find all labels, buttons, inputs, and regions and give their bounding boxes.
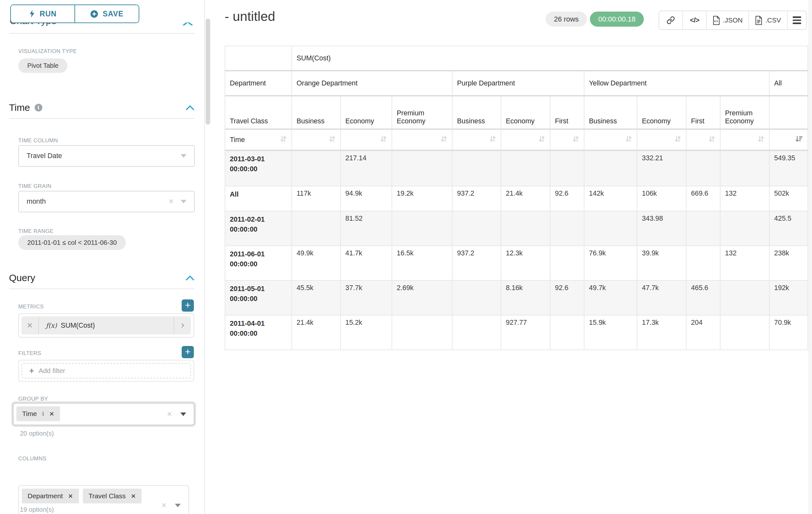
- pivot-table: SUM(Cost)DepartmentOrange DepartmentPurp…: [225, 46, 808, 350]
- columns-tag[interactable]: Travel Class✕: [83, 489, 142, 504]
- pivot-value-cell: [292, 211, 341, 246]
- columns-tag[interactable]: Department✕: [22, 489, 79, 504]
- time-range-pill[interactable]: 2011-01-01 ≤ col < 2011-06-30: [18, 235, 126, 250]
- run-save-button-group: RUN SAVE: [10, 4, 139, 23]
- pivot-value-cell: 502k: [769, 186, 808, 211]
- caret-down-icon[interactable]: [181, 200, 186, 204]
- department-group-header: Orange Department: [292, 71, 452, 96]
- clear-icon[interactable]: ×: [169, 197, 174, 206]
- time-column-label: TIME COLUMN: [18, 137, 58, 144]
- table-row: 2011-04-01 00:00:0021.4k15.2k927.7715.9k…: [225, 315, 808, 350]
- group-by-tag[interactable]: Timei✕: [17, 406, 60, 421]
- view-query-button[interactable]: </>: [682, 11, 706, 29]
- remove-tag-icon[interactable]: ✕: [49, 410, 54, 417]
- add-metric-button[interactable]: +: [182, 299, 194, 312]
- sort-icon[interactable]: [489, 135, 496, 145]
- chevron-up-icon[interactable]: [185, 275, 195, 281]
- sort-icon[interactable]: [625, 135, 632, 145]
- export-csv-button[interactable]: .CSV: [749, 11, 787, 29]
- sort-icon[interactable]: [329, 135, 336, 145]
- metric-header-cell: SUM(Cost): [292, 46, 808, 71]
- add-filter-plus-button[interactable]: +: [182, 346, 194, 358]
- clear-icon[interactable]: ×: [167, 410, 172, 418]
- page-scrollbar-track[interactable]: [808, 0, 812, 514]
- share-link-button[interactable]: [659, 11, 682, 29]
- pivot-value-cell: 16.5k: [392, 246, 452, 280]
- time-column-select[interactable]: Travel Date: [18, 145, 195, 167]
- department-group-header: Purple Department: [452, 71, 584, 96]
- sort-icon[interactable]: [280, 135, 287, 145]
- pivot-value-cell: [584, 211, 637, 246]
- sort-icon[interactable]: [674, 135, 682, 145]
- sort-desc-icon[interactable]: [795, 135, 803, 145]
- pivot-value-cell: 238k: [769, 246, 808, 280]
- pivot-value-cell: [452, 150, 501, 186]
- caret-down-icon[interactable]: [175, 504, 181, 507]
- save-button[interactable]: SAVE: [75, 5, 139, 23]
- pivot-value-cell: 217.14: [341, 150, 392, 186]
- chart-title[interactable]: - untitled: [225, 9, 275, 24]
- pivot-value-cell: 465.6: [686, 280, 720, 315]
- chart-type-collapse-chevron[interactable]: [182, 23, 196, 25]
- caret-down-icon[interactable]: [181, 154, 186, 158]
- section-divider: [9, 33, 195, 34]
- pivot-value-cell: 70.9k: [769, 315, 808, 350]
- pivot-value-cell: 49.9k: [292, 246, 341, 280]
- chevron-up-icon[interactable]: [185, 105, 195, 110]
- panel-divider[interactable]: [204, 0, 205, 514]
- pivot-value-cell: [501, 211, 550, 246]
- pivot-table-container: SUM(Cost)DepartmentOrange DepartmentPurp…: [225, 46, 808, 350]
- table-row: 2011-03-01 00:00:00217.14332.21549.35: [225, 150, 808, 186]
- columns-options-hint: 19 option(s): [20, 506, 54, 513]
- add-filter-button[interactable]: + Add filter: [22, 363, 191, 378]
- time-axis-label: Time: [230, 136, 245, 144]
- remove-tag-icon[interactable]: ✕: [131, 492, 136, 500]
- info-icon[interactable]: i: [35, 104, 42, 111]
- menu-button[interactable]: [787, 11, 806, 29]
- columns-label: COLUMNS: [18, 456, 47, 462]
- run-button[interactable]: RUN: [11, 5, 75, 23]
- group-by-label: GROUP BY: [18, 396, 48, 402]
- sort-icon[interactable]: [538, 135, 545, 145]
- remove-tag-icon[interactable]: ✕: [68, 492, 73, 500]
- time-grain-select[interactable]: month ×: [18, 191, 195, 212]
- link-icon: [667, 16, 675, 24]
- sort-header-cell: [686, 129, 720, 150]
- info-icon[interactable]: i: [42, 410, 44, 417]
- control-panel: Chart Type RUN SAVE VISUALIZATION TYPE P…: [0, 0, 204, 514]
- table-row: All117k94.9k19.2k937.221.4k92.6142k106k6…: [225, 186, 808, 211]
- time-range-label: TIME RANGE: [18, 228, 54, 235]
- caret-down-icon[interactable]: [180, 412, 186, 416]
- sort-icon[interactable]: [757, 135, 764, 145]
- section-divider: [9, 118, 195, 119]
- sort-icon[interactable]: [708, 135, 716, 145]
- chevron-right-icon[interactable]: ›: [174, 317, 191, 334]
- plus-icon: +: [29, 366, 34, 376]
- export-json-button[interactable]: .JSON: [706, 11, 749, 29]
- panel-scrollbar-thumb[interactable]: [206, 19, 210, 125]
- time-section-heading: Time i: [9, 102, 195, 113]
- viz-type-pill[interactable]: Pivot Table: [18, 58, 67, 73]
- all-column-header: All: [769, 71, 808, 96]
- sort-icon[interactable]: [572, 135, 579, 145]
- sort-header-cell: [452, 129, 501, 150]
- pivot-value-cell: [720, 280, 769, 315]
- pivot-value-cell: [550, 246, 584, 280]
- pivot-value-cell: 132: [720, 246, 769, 280]
- remove-metric-icon[interactable]: ✕: [22, 317, 39, 334]
- pivot-value-cell: 49.7k: [584, 280, 637, 315]
- metrics-label: METRICS: [18, 304, 44, 310]
- sort-icon[interactable]: [440, 135, 447, 145]
- metric-pill[interactable]: ✕ ƒ(x) SUM(Cost) ›: [22, 317, 191, 334]
- group-by-select[interactable]: Timei✕ ×: [13, 403, 195, 425]
- clear-icon[interactable]: ×: [162, 501, 167, 510]
- sort-icon[interactable]: [380, 135, 387, 145]
- filters-label: FILTERS: [18, 350, 41, 357]
- group-by-options-hint: 20 option(s): [20, 430, 54, 437]
- pivot-value-cell: 37.7k: [341, 280, 392, 315]
- row-count-badge: 26 rows: [546, 11, 587, 27]
- code-icon: </>: [690, 16, 699, 24]
- metric-pill-body[interactable]: ƒ(x) SUM(Cost): [39, 317, 174, 334]
- sort-header-cell: [637, 129, 686, 150]
- pivot-value-cell: 332.21: [637, 150, 686, 186]
